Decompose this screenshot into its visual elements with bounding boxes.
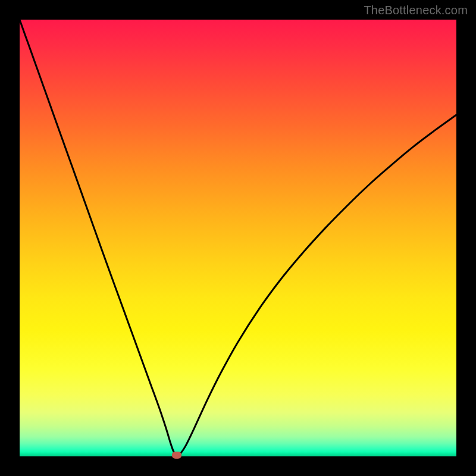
bottleneck-curve bbox=[20, 20, 456, 456]
attribution-text: TheBottleneck.com bbox=[364, 4, 468, 17]
chart-frame: TheBottleneck.com bbox=[0, 0, 476, 476]
plot-area bbox=[20, 20, 456, 456]
minimum-marker bbox=[172, 452, 181, 459]
